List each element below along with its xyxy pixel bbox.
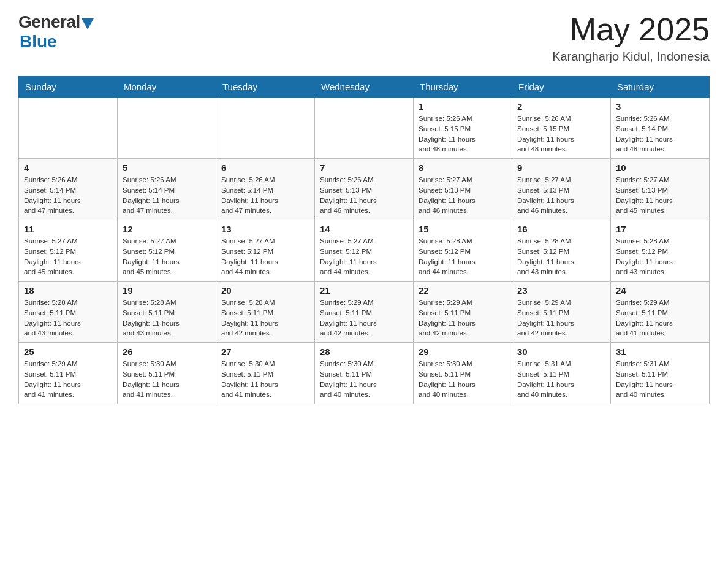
day-info: Sunrise: 5:29 AM Sunset: 5:11 PM Dayligh…: [24, 359, 112, 400]
day-number: 2: [517, 101, 605, 112]
day-info: Sunrise: 5:27 AM Sunset: 5:13 PM Dayligh…: [517, 175, 605, 216]
day-number: 25: [24, 347, 112, 357]
day-number: 15: [419, 224, 507, 234]
day-info: Sunrise: 5:28 AM Sunset: 5:12 PM Dayligh…: [517, 236, 605, 277]
day-cell: 12Sunrise: 5:27 AM Sunset: 5:12 PM Dayli…: [118, 220, 216, 282]
day-info: Sunrise: 5:29 AM Sunset: 5:11 PM Dayligh…: [419, 297, 507, 339]
day-cell: [19, 98, 118, 159]
day-number: 14: [320, 224, 408, 234]
day-number: 4: [24, 163, 112, 173]
day-cell: 26Sunrise: 5:30 AM Sunset: 5:11 PM Dayli…: [118, 343, 216, 404]
week-row-1: 1Sunrise: 5:26 AM Sunset: 5:15 PM Daylig…: [19, 98, 710, 159]
day-info: Sunrise: 5:26 AM Sunset: 5:14 PM Dayligh…: [24, 175, 112, 216]
day-info: Sunrise: 5:29 AM Sunset: 5:11 PM Dayligh…: [517, 297, 605, 339]
day-cell: 20Sunrise: 5:28 AM Sunset: 5:11 PM Dayli…: [216, 282, 315, 343]
week-row-5: 25Sunrise: 5:29 AM Sunset: 5:11 PM Dayli…: [19, 343, 710, 404]
day-number: 28: [320, 347, 408, 357]
day-number: 30: [517, 347, 605, 357]
day-cell: 15Sunrise: 5:28 AM Sunset: 5:12 PM Dayli…: [414, 220, 512, 282]
day-number: 6: [221, 163, 309, 173]
day-cell: 4Sunrise: 5:26 AM Sunset: 5:14 PM Daylig…: [19, 159, 118, 220]
day-number: 9: [517, 163, 605, 173]
day-info: Sunrise: 5:27 AM Sunset: 5:12 PM Dayligh…: [24, 236, 112, 277]
day-info: Sunrise: 5:27 AM Sunset: 5:12 PM Dayligh…: [320, 236, 408, 277]
day-cell: 16Sunrise: 5:28 AM Sunset: 5:12 PM Dayli…: [512, 220, 611, 282]
logo-blue-text: Blue: [20, 32, 57, 52]
day-number: 16: [517, 224, 605, 234]
weekday-header-sunday: Sunday: [19, 77, 118, 98]
day-cell: 31Sunrise: 5:31 AM Sunset: 5:11 PM Dayli…: [611, 343, 710, 404]
day-info: Sunrise: 5:30 AM Sunset: 5:11 PM Dayligh…: [320, 359, 408, 400]
day-number: 10: [616, 163, 704, 173]
day-info: Sunrise: 5:28 AM Sunset: 5:12 PM Dayligh…: [616, 236, 704, 277]
weekday-header-row: SundayMondayTuesdayWednesdayThursdayFrid…: [19, 77, 710, 98]
day-cell: 2Sunrise: 5:26 AM Sunset: 5:15 PM Daylig…: [512, 98, 611, 159]
day-cell: 28Sunrise: 5:30 AM Sunset: 5:11 PM Dayli…: [315, 343, 414, 404]
day-cell: 7Sunrise: 5:26 AM Sunset: 5:13 PM Daylig…: [315, 159, 414, 220]
day-cell: 10Sunrise: 5:27 AM Sunset: 5:13 PM Dayli…: [611, 159, 710, 220]
day-number: 26: [123, 347, 211, 357]
day-info: Sunrise: 5:28 AM Sunset: 5:11 PM Dayligh…: [123, 297, 211, 339]
day-info: Sunrise: 5:26 AM Sunset: 5:15 PM Dayligh…: [419, 113, 507, 155]
day-info: Sunrise: 5:31 AM Sunset: 5:11 PM Dayligh…: [616, 359, 704, 400]
day-number: 20: [221, 285, 309, 296]
week-row-2: 4Sunrise: 5:26 AM Sunset: 5:14 PM Daylig…: [19, 159, 710, 220]
day-info: Sunrise: 5:28 AM Sunset: 5:11 PM Dayligh…: [221, 297, 309, 339]
day-number: 29: [419, 347, 507, 357]
day-cell: 25Sunrise: 5:29 AM Sunset: 5:11 PM Dayli…: [19, 343, 118, 404]
day-info: Sunrise: 5:26 AM Sunset: 5:14 PM Dayligh…: [221, 175, 309, 216]
day-info: Sunrise: 5:27 AM Sunset: 5:13 PM Dayligh…: [419, 175, 507, 216]
day-number: 5: [123, 163, 211, 173]
day-number: 8: [419, 163, 507, 173]
day-cell: 30Sunrise: 5:31 AM Sunset: 5:11 PM Dayli…: [512, 343, 611, 404]
day-info: Sunrise: 5:30 AM Sunset: 5:11 PM Dayligh…: [221, 359, 309, 400]
day-info: Sunrise: 5:27 AM Sunset: 5:13 PM Dayligh…: [616, 175, 704, 216]
day-number: 31: [616, 347, 704, 357]
day-info: Sunrise: 5:28 AM Sunset: 5:12 PM Dayligh…: [419, 236, 507, 277]
day-number: 11: [24, 224, 112, 234]
day-cell: 8Sunrise: 5:27 AM Sunset: 5:13 PM Daylig…: [414, 159, 512, 220]
day-number: 23: [517, 285, 605, 296]
day-cell: 24Sunrise: 5:29 AM Sunset: 5:11 PM Dayli…: [611, 282, 710, 343]
day-cell: 23Sunrise: 5:29 AM Sunset: 5:11 PM Dayli…: [512, 282, 611, 343]
weekday-header-friday: Friday: [512, 77, 611, 98]
week-row-3: 11Sunrise: 5:27 AM Sunset: 5:12 PM Dayli…: [19, 220, 710, 282]
location-label: Karangharjo Kidul, Indonesia: [552, 50, 710, 64]
day-info: Sunrise: 5:27 AM Sunset: 5:12 PM Dayligh…: [123, 236, 211, 277]
day-number: 22: [419, 285, 507, 296]
day-info: Sunrise: 5:31 AM Sunset: 5:11 PM Dayligh…: [517, 359, 605, 400]
day-cell: 13Sunrise: 5:27 AM Sunset: 5:12 PM Dayli…: [216, 220, 315, 282]
day-cell: 6Sunrise: 5:26 AM Sunset: 5:14 PM Daylig…: [216, 159, 315, 220]
day-info: Sunrise: 5:28 AM Sunset: 5:11 PM Dayligh…: [24, 297, 112, 339]
weekday-header-monday: Monday: [118, 77, 216, 98]
day-number: 18: [24, 285, 112, 296]
day-number: 7: [320, 163, 408, 173]
day-info: Sunrise: 5:29 AM Sunset: 5:11 PM Dayligh…: [320, 297, 408, 339]
day-cell: 21Sunrise: 5:29 AM Sunset: 5:11 PM Dayli…: [315, 282, 414, 343]
weekday-header-saturday: Saturday: [611, 77, 710, 98]
day-number: 24: [616, 285, 704, 296]
logo-triangle-icon: [82, 18, 94, 29]
day-number: 3: [616, 101, 704, 112]
logo: General Blue: [18, 12, 94, 52]
day-cell: [118, 98, 216, 159]
weekday-header-tuesday: Tuesday: [216, 77, 315, 98]
day-cell: 3Sunrise: 5:26 AM Sunset: 5:14 PM Daylig…: [611, 98, 710, 159]
day-cell: 18Sunrise: 5:28 AM Sunset: 5:11 PM Dayli…: [19, 282, 118, 343]
day-info: Sunrise: 5:30 AM Sunset: 5:11 PM Dayligh…: [123, 359, 211, 400]
day-info: Sunrise: 5:29 AM Sunset: 5:11 PM Dayligh…: [616, 297, 704, 339]
day-number: 12: [123, 224, 211, 234]
day-number: 17: [616, 224, 704, 234]
day-cell: [315, 98, 414, 159]
logo-general-text: General: [18, 12, 80, 32]
day-cell: 1Sunrise: 5:26 AM Sunset: 5:15 PM Daylig…: [414, 98, 512, 159]
day-number: 19: [123, 285, 211, 296]
day-cell: 11Sunrise: 5:27 AM Sunset: 5:12 PM Dayli…: [19, 220, 118, 282]
day-cell: [216, 98, 315, 159]
day-info: Sunrise: 5:26 AM Sunset: 5:15 PM Dayligh…: [517, 113, 605, 155]
day-number: 13: [221, 224, 309, 234]
calendar-table: SundayMondayTuesdayWednesdayThursdayFrid…: [18, 76, 710, 404]
day-cell: 17Sunrise: 5:28 AM Sunset: 5:12 PM Dayli…: [611, 220, 710, 282]
day-cell: 29Sunrise: 5:30 AM Sunset: 5:11 PM Dayli…: [414, 343, 512, 404]
day-info: Sunrise: 5:26 AM Sunset: 5:14 PM Dayligh…: [616, 113, 704, 155]
